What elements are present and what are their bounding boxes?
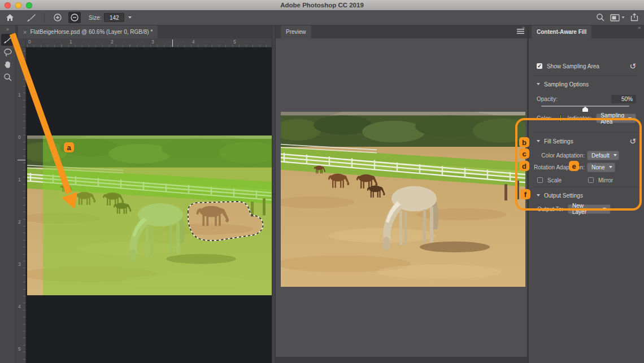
opacity-label: Opacity: [537,96,558,102]
ruler-number: 5 [18,346,21,352]
ruler-number: 4 [18,304,21,309]
output-settings-header[interactable]: Output Settings [529,191,644,200]
brush-size-field[interactable]: 142 [104,13,124,22]
ruler-number: 5 [233,39,236,45]
subtract-sampling-icon[interactable] [68,12,81,23]
add-sampling-icon[interactable] [51,12,64,23]
preview-tab[interactable]: Preview [281,25,311,38]
caf-tabbar: Content-Aware Fill » [529,25,644,38]
content-aware-fill-panel: Content-Aware Fill » Show Sampling Area … [528,25,644,363]
hand-tool[interactable] [1,59,15,71]
ruler-number: 0 [18,134,21,140]
source-image-with-sampling-overlay[interactable] [27,135,272,295]
fill-settings-label: Fill Settings [544,138,573,145]
sampling-options-label: Sampling Options [544,81,589,88]
screen-mode-icon[interactable] [610,14,625,21]
zoom-tool[interactable] [1,71,15,83]
ruler-number: 2 [18,50,21,55]
sampling-brush-tool[interactable] [1,34,15,46]
rotation-adaptation-dropdown[interactable]: None [587,163,615,172]
document-pane: × FlatBeigeHorse.psd @ 60.6% (Layer 0, R… [16,25,272,363]
indicates-label: Indicates: [567,115,591,121]
color-adaptation-value: Default [591,152,610,159]
window-bottom-strip [276,357,528,363]
home-icon[interactable] [3,12,16,23]
show-sampling-area-label: Show Sampling Area [547,63,599,69]
share-icon[interactable] [630,13,638,23]
photoshop-window: Adobe Photoshop CC 2019 Size: 142 [0,0,644,363]
cursor-position-marker [18,160,25,160]
ruler-number: 4 [192,39,195,45]
rotation-adaptation-value: None [591,164,605,170]
document-tab[interactable]: × FlatBeigeHorse.psd @ 60.6% (Layer 0, R… [18,25,158,38]
horizontal-ruler[interactable]: 0 1 2 3 4 5 [26,38,272,47]
sampling-color-swatch[interactable] [560,115,562,122]
options-bar: Size: 142 [0,10,644,25]
opacity-value-field[interactable]: 50% [611,95,636,103]
titlebar: Adobe Photoshop CC 2019 [0,0,644,10]
show-sampling-area-checkbox[interactable] [537,63,542,69]
document-tabbar: × FlatBeigeHorse.psd @ 60.6% (Layer 0, R… [16,25,272,38]
indicates-value: Sampling Area [601,112,624,125]
preview-menu-icon[interactable] [517,28,524,36]
color-adaptation-dropdown[interactable]: Default [587,151,619,160]
indicates-dropdown[interactable]: Sampling Area [596,113,636,123]
search-icon[interactable] [596,13,604,23]
chevron-down-icon [537,83,540,85]
rotation-adaptation-label: Rotation Adaptation: [534,164,585,170]
ruler-number: 1 [18,177,21,182]
preview-pane: Preview » [276,25,528,363]
mirror-checkbox[interactable] [588,177,594,183]
reset-sampling-icon[interactable]: ↺ [629,63,636,69]
scale-checkbox[interactable] [537,177,543,183]
ruler-number: 0 [28,39,31,45]
fill-settings-header[interactable]: Fill Settings ↺ [529,137,644,146]
color-adaptation-label: Color Adaptation: [541,152,585,159]
document-canvas[interactable] [26,47,272,363]
chevron-down-icon [537,140,540,142]
ruler-number: 3 [18,261,21,267]
output-to-label: Output To: [537,206,563,212]
opacity-slider-thumb[interactable] [582,107,588,112]
chevron-down-icon [628,117,632,120]
app-title: Adobe Photoshop CC 2019 [0,2,644,8]
tool-panel: » [0,25,16,363]
chevron-down-icon [537,194,540,196]
lasso-tool[interactable] [1,46,15,58]
preview-result-image [281,112,525,287]
preview-tabbar: Preview » [276,25,528,38]
ruler-number: 1 [18,92,21,98]
caf-panel-tab[interactable]: Content-Aware Fill [532,25,591,38]
caf-tab-label: Content-Aware Fill [537,29,586,35]
output-settings-label: Output Settings [544,193,583,199]
sampling-options-header[interactable]: Sampling Options [529,80,644,89]
scale-label: Scale [547,177,562,183]
toolpanel-collapse-icon[interactable]: » [0,25,15,33]
cursor-position-marker [172,40,173,47]
chevron-down-icon [613,154,617,156]
vertical-ruler[interactable]: 2 1 0 1 2 3 4 5 [16,47,26,363]
ruler-number: 2 [111,39,114,45]
ruler-number: 2 [18,219,21,225]
brush-size-label: Size: [89,15,101,21]
mirror-label: Mirror [598,177,613,183]
output-to-dropdown[interactable]: New Layer [568,204,611,214]
ruler-number: 3 [151,39,154,45]
document-tab-title: FlatBeigeHorse.psd @ 60.6% (Layer 0, RGB… [30,29,153,35]
color-label: Color: [537,115,552,121]
close-tab-icon[interactable]: × [23,29,27,36]
ruler-corner [16,38,26,47]
preview-tab-label: Preview [286,29,306,35]
sampling-brush-icon[interactable] [25,12,37,23]
caf-collapse-icon[interactable]: » [638,25,641,30]
output-to-value: New Layer [572,203,599,215]
brush-size-chevron-icon[interactable] [125,13,134,22]
pane-divider[interactable] [272,25,276,363]
chevron-down-icon [609,166,612,168]
reset-fill-settings-icon[interactable]: ↺ [629,138,636,144]
ruler-number: 1 [69,39,72,45]
chevron-down-icon [603,208,606,210]
